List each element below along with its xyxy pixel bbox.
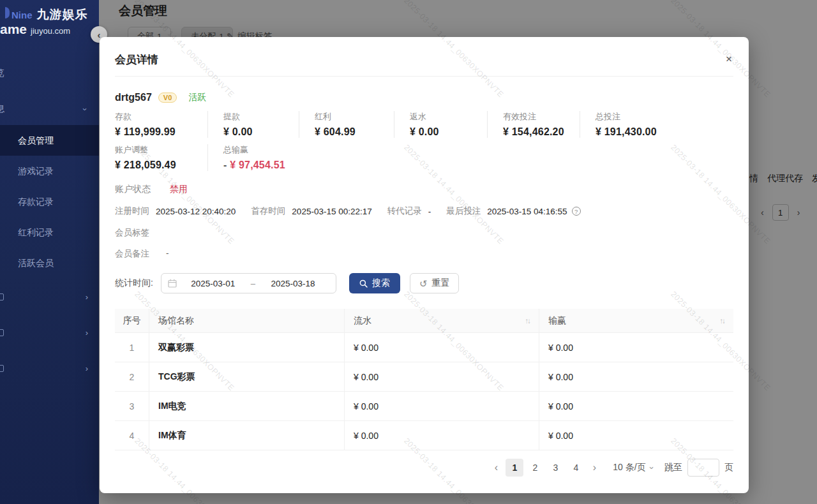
chevron-right-icon: › [86,328,88,337]
statistics-time-label: 统计时间: [115,278,153,289]
info-first-deposit-time: 首存时间 2025-03-15 00:22:17 [251,205,371,217]
member-detail-modal: 会员详情 × drtg567 V0 活跃 存款 ¥ 119,999.99 提款 … [100,37,749,493]
prev-page-icon[interactable]: ‹ [488,459,504,477]
table-row: 2 TCG彩票 ¥ 0.00 ¥ 0.00 [115,362,733,392]
close-icon[interactable]: × [726,54,732,64]
sidebar: Nine 九游娱乐 ame jiuyou.com 览 息 › 会员管理 游戏记录… [0,0,99,504]
date-range-picker[interactable]: 2025-03-01 – 2025-03-18 [161,273,336,293]
jump-to-input[interactable] [687,459,719,477]
page-jump: 跳至 页 [664,459,733,477]
winloss-amount: ¥ 97,454.51 [230,159,285,170]
sidebar-item-deposit-records[interactable]: 存款记录 [0,186,99,217]
sidebar-item-overview-partial[interactable]: 览 [0,68,4,79]
member-status-badge: 活跃 [188,92,206,103]
sort-icon[interactable]: ↑↓ [525,317,530,325]
col-header-no: 序号 [115,315,149,327]
date-end-value[interactable]: 2025-03-18 [257,279,329,288]
chevron-right-icon: › [86,364,88,373]
search-button[interactable]: 搜索 [349,273,400,293]
venue-name: IM体育 [158,430,186,441]
sidebar-menu: 会员管理 游戏记录 存款记录 红利记录 活跃会员 [0,125,99,278]
sidebar-group-1[interactable]: › [0,279,99,315]
modal-header: 会员详情 × [115,37,733,77]
turnover-value: ¥ 0.00 [354,401,379,411]
page-button-4[interactable]: 4 [567,459,585,477]
stat-deposit: 存款 ¥ 119,999.99 [115,111,207,138]
sidebar-collapsed-groups: › › › [0,279,99,386]
table-row: 3 IM电竞 ¥ 0.00 ¥ 0.00 [115,392,733,421]
member-tags-label: 会员标签 [115,228,149,237]
date-separator: – [250,279,257,288]
group-icon [0,365,4,372]
venue-name: IM电竞 [158,401,186,412]
page-button-2[interactable]: 2 [526,459,544,477]
help-icon[interactable]: ? [572,207,581,216]
member-note-value: - [166,248,169,260]
winloss-value: ¥ 0.00 [548,343,573,353]
member-info-row: 注册时间 2025-03-12 20:40:20 首存时间 2025-03-15… [115,205,733,217]
jump-to-label: 跳至 [664,462,682,473]
screen: 会员管理 全部 1 未分配 1 ✎ 编辑标签 情 代理代存 发送 ‹ 1 › [0,0,817,504]
info-agent-transfer: 转代记录 - [387,205,431,217]
next-page-icon[interactable]: › [586,459,603,477]
table-pagination: ‹ 1 2 3 4 › 10 条/页 › 跳至 页 [115,459,733,477]
sort-icon[interactable]: ↑↓ [720,317,725,325]
winloss-value: ¥ 0.00 [548,372,573,382]
app-logo: Nine 九游娱乐 ame jiuyou.com [0,6,88,37]
sidebar-item-bonus-records[interactable]: 红利记录 [0,217,99,248]
statistics-filter-row: 统计时间: 2025-03-01 – 2025-03-18 [115,273,733,293]
page-button-3[interactable]: 3 [546,459,564,477]
stat-total-bets: 总投注 ¥ 191,430.00 [580,111,733,138]
stat-withdrawal: 提款 ¥ 0.00 [207,111,299,138]
turnover-value: ¥ 0.00 [354,343,379,353]
logo-text-nine: Nine [11,10,33,20]
page-size-value: 10 条/页 [613,462,645,473]
member-note-label: 会员备注 [115,248,149,260]
stats-row-1: 存款 ¥ 119,999.99 提款 ¥ 0.00 红利 ¥ 604.99 返水… [115,111,733,138]
col-header-venue: 场馆名称 [149,309,344,332]
member-tags-row: 会员标签 [115,227,733,239]
stat-account-adjustment: 账户调整 ¥ 218,059.49 [115,144,207,171]
page-button-1[interactable]: 1 [506,459,523,477]
member-level-badge: V0 [158,93,177,103]
calendar-icon [168,279,177,288]
search-button-label: 搜索 [372,278,390,289]
venue-name: 双赢彩票 [158,342,194,353]
chevron-right-icon: › [86,292,88,302]
reset-icon: ↺ [419,279,428,288]
date-start-value[interactable]: 2025-03-01 [177,279,250,288]
stats-row-2: 账户调整 ¥ 218,059.49 总输赢 - ¥ 97,454.51 [115,144,733,171]
stat-rebate: 返水 ¥ 0.00 [394,111,487,138]
sidebar-item-active-members[interactable]: 活跃会员 [0,248,99,278]
table-row: 4 IM体育 ¥ 0.00 ¥ 0.00 [115,421,733,450]
table-row: 1 双赢彩票 ¥ 0.00 ¥ 0.00 [115,333,733,362]
sidebar-group-2[interactable]: › [0,315,99,350]
sidebar-group-3[interactable]: › [0,350,99,386]
sidebar-item-member-management[interactable]: 会员管理 [0,125,99,156]
stat-valid-bets: 有效投注 ¥ 154,462.20 [487,111,580,138]
modal-title: 会员详情 [115,54,158,66]
stat-bonus: 红利 ¥ 604.99 [299,111,394,138]
page-word-label: 页 [724,462,733,473]
sidebar-group-member-info-partial[interactable]: 息 [0,103,4,115]
winloss-minus: - [223,159,230,170]
turnover-value: ¥ 0.00 [354,431,379,441]
logo-mark-icon [5,7,10,19]
col-header-winloss[interactable]: 输赢 ↑↓ [539,309,733,332]
page-size-select[interactable]: 10 条/页 › [613,462,653,473]
member-summary: drtg567 V0 活跃 [115,92,733,103]
reset-button[interactable]: ↺ 重置 [410,273,460,293]
reset-button-label: 重置 [431,278,449,289]
member-note-row: 会员备注 - [115,248,733,260]
account-status-value: 禁用 [170,184,188,195]
winloss-value: ¥ 0.00 [548,431,573,441]
info-last-bet: 最后投注 2025-03-15 04:16:55 ? [446,205,580,217]
winloss-value: ¥ 0.00 [548,401,573,411]
venue-name: TCG彩票 [158,371,195,383]
group-icon [0,329,4,336]
logo-text-domain: jiuyou.com [31,26,70,36]
account-status-row: 账户状态 禁用 [115,184,733,195]
sidebar-item-game-records[interactable]: 游戏记录 [0,156,99,186]
chevron-down-icon: › [80,108,90,110]
col-header-turnover[interactable]: 流水 ↑↓ [344,309,539,332]
